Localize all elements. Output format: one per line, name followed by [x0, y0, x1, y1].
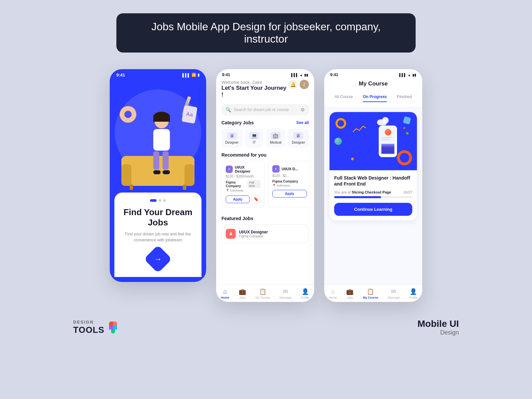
header-actions: 🔔 Z — [288, 80, 309, 89]
mycourse-icon-2: 📋 — [259, 288, 266, 295]
wifi-icon-3: ▲ — [408, 73, 411, 77]
home-icon-3: ⌂ — [331, 288, 335, 295]
char-leg-l — [153, 151, 159, 170]
brand-tools-label: TOOLS — [73, 325, 104, 335]
nav-mycourse-2[interactable]: 📋 My Course — [255, 288, 270, 299]
search-icon: 🔍 — [225, 107, 231, 112]
notification-bell[interactable]: 🔔 — [288, 80, 298, 89]
nav-jobs-2[interactable]: 💼 Jobs — [239, 288, 246, 299]
bookmark-icon-1[interactable]: 🔖 — [252, 195, 260, 203]
phone-home: 9:41 ▌▌▌ ▲ ▮▮ Welcome back, Zaire Let's … — [216, 69, 314, 302]
battery-icon: ▮ — [198, 73, 200, 77]
progress-count: 16/27 — [403, 190, 412, 194]
rec-card-2: F UI/UX D... $120 - $2... Figma Company … — [268, 161, 309, 208]
cloud-2 — [382, 117, 389, 124]
nav-jobs-3[interactable]: 💼 Jobs — [346, 288, 353, 299]
medical-icon: 🏥 — [271, 132, 281, 139]
recommend-cards: F UI/UX Designer $120 - $200/month Figma… — [221, 161, 309, 208]
rec-actions-1: Apply 🔖 — [226, 195, 260, 203]
progress-highlight: Slicing Checkout Page — [352, 190, 391, 194]
cta-button[interactable]: → — [144, 245, 172, 273]
rec-card-1-header: F UI/UX Designer — [226, 165, 260, 173]
search-bar[interactable]: 🔍 Search for dream job or course ⚙ — [221, 104, 309, 115]
time-1: 9:41 — [116, 72, 125, 77]
rec-actions-2: Apply — [272, 190, 307, 198]
nav-massage-3[interactable]: ✉ Massage — [388, 288, 400, 299]
continue-learning-button[interactable]: Continue Learning — [334, 203, 412, 216]
splash-title: Find Your Dream Jobs — [121, 207, 195, 228]
apply-button-1[interactable]: Apply — [226, 196, 250, 203]
p2-header: Welcome back, Zaire Let's Start Your Jou… — [216, 78, 314, 104]
figma-mid-right — [113, 326, 117, 330]
nav-home-2[interactable]: ⌂ Home — [221, 288, 229, 299]
brand-design-label: DESIGN — [73, 320, 104, 325]
filter-icon[interactable]: ⚙ — [301, 107, 305, 112]
massage-icon-3: ✉ — [391, 288, 396, 295]
recommend-section: F UI/UX Designer $120 - $200/month Figma… — [216, 161, 314, 208]
figma-top-row — [109, 322, 117, 326]
nav-massage-2[interactable]: ✉ Massage — [279, 288, 292, 299]
mockup-profile — [385, 129, 391, 135]
signal-icon-3: ▌▌▌ — [399, 73, 406, 77]
user-avatar[interactable]: Z — [300, 80, 309, 89]
char-head — [155, 114, 169, 128]
tab-all-course[interactable]: All Course — [334, 92, 353, 102]
category-medical[interactable]: 🏥 Medical — [266, 129, 285, 148]
cat-label-designer-2: Designer — [292, 141, 305, 144]
featured-list: ♟ UI/UX Designer Figma Company — [216, 224, 314, 243]
feat-info-1: UI/UX Designer Figma Company — [239, 230, 268, 238]
rec-company-2: Figma Company — [272, 180, 298, 183]
bottom-nav-2: ⌂ Home 💼 Jobs 📋 My Course ✉ Massage 👤 Pr… — [216, 284, 314, 302]
status-bar-2: 9:41 ▌▌▌ ▲ ▮▮ — [216, 69, 314, 78]
profile-label-2: Profile — [301, 296, 310, 299]
category-it[interactable]: 💻 IT — [245, 129, 263, 148]
nav-mycourse-3[interactable]: 📋 My Course — [363, 288, 378, 299]
category-designer-2[interactable]: 🖥 Designer — [288, 129, 309, 148]
figma-top-right — [113, 322, 117, 326]
profile-icon-3: 👤 — [410, 288, 417, 295]
figma-middle-row — [109, 326, 117, 330]
nav-profile-3[interactable]: 👤 Profile — [409, 288, 418, 299]
footer: DESIGN TOOLS Mobile UI Design — [66, 319, 466, 336]
profile-label-3: Profile — [409, 296, 418, 299]
nav-profile-2[interactable]: 👤 Profile — [301, 288, 310, 299]
massage-icon-2: ✉ — [283, 288, 288, 295]
status-bar-3: 9:41 ▌▌▌ ▲ ▮▮ — [324, 69, 422, 78]
splash-subtitle: Find your dream job now and feel the con… — [121, 231, 195, 243]
notebook-decoration: Aa — [182, 105, 198, 124]
signal-icon-2: ▌▌▌ — [291, 73, 298, 77]
figma-bottom — [111, 330, 115, 333]
designer-icon: 🖥 — [227, 132, 237, 139]
cta-arrow-icon: → — [154, 254, 162, 264]
nav-home-3[interactable]: ⌂ Home — [329, 288, 337, 299]
rec-company-row-1: Figma Company Full time — [226, 180, 260, 188]
featured-title: Featured Jobs — [221, 216, 253, 221]
tab-on-progress[interactable]: On Progress — [363, 92, 387, 102]
course-thumbnail — [330, 112, 417, 170]
phone-mockup-decoration — [379, 125, 397, 157]
recommend-header: Recommend for you — [216, 152, 314, 158]
mockup-line-2 — [382, 139, 389, 140]
tab-finished[interactable]: Finished — [397, 92, 412, 102]
recommend-title: Recommend for you — [221, 152, 266, 158]
wifi-icon: 📶 — [192, 73, 196, 77]
page-indicators — [150, 199, 166, 202]
course-card: Full Stack Web Designer : Handoff and Fr… — [330, 112, 417, 220]
time-3: 9:41 — [330, 72, 338, 77]
mycourse-icon-3: 📋 — [367, 288, 374, 295]
teal-sphere-decoration — [334, 138, 342, 145]
category-designer[interactable]: 🖥 Designer — [221, 129, 242, 148]
progress-fill — [334, 196, 381, 198]
apply-button-2[interactable]: Apply — [272, 190, 307, 198]
jobs-label-3: Jobs — [347, 296, 353, 299]
brand-section: DESIGN TOOLS — [73, 320, 117, 335]
dot-orange — [351, 158, 354, 160]
chart-svg — [353, 124, 366, 134]
cat-label-medical: Medical — [270, 141, 281, 144]
feat-sub-1: Figma Company — [239, 234, 268, 238]
header-title: Jobs Mobile App Design for jobseeker, co… — [136, 21, 396, 45]
profile-icon-2: 👤 — [302, 288, 309, 295]
char-hair — [153, 112, 170, 122]
see-all-categories[interactable]: See all — [296, 120, 309, 125]
char-shoe-l — [153, 170, 161, 174]
